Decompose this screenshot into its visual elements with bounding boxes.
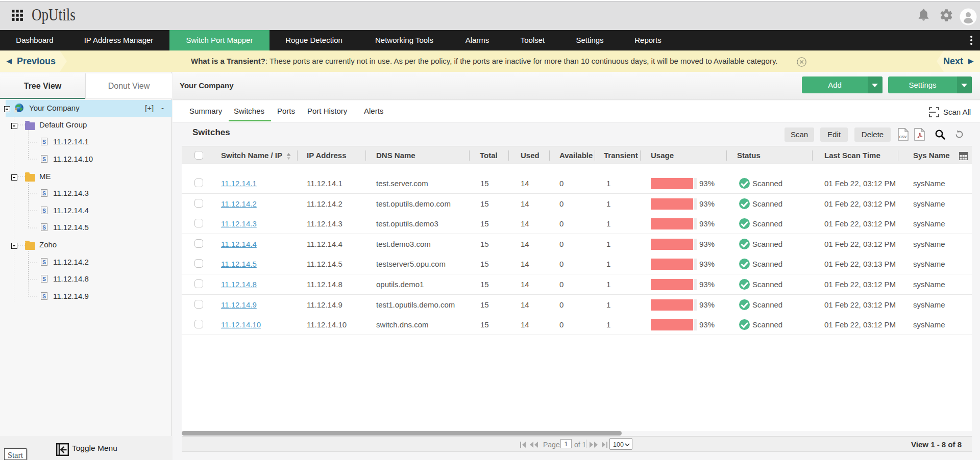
svg-text:CSV: CSV: [899, 135, 907, 139]
